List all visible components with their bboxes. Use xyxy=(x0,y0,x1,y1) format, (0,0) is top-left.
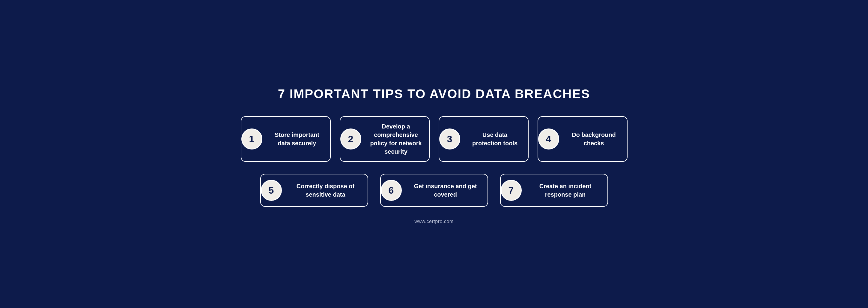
tip-number-3: 3 xyxy=(439,129,460,149)
tip-card-2: 2 Develop a comprehensive policy for net… xyxy=(340,116,430,162)
tip-number-2: 2 xyxy=(340,129,361,149)
tip-number-6: 6 xyxy=(381,180,402,201)
tip-text-2: Develop a comprehensive policy for netwo… xyxy=(370,122,423,156)
tip-card-3: 3 Use data protection tools xyxy=(439,116,529,162)
tip-text-5: Correctly dispose of sensitive data xyxy=(290,182,361,199)
tip-card-7: 7 Create an incident response plan xyxy=(500,174,608,207)
tip-number-4: 4 xyxy=(538,129,559,149)
tip-text-4: Do background checks xyxy=(567,131,620,147)
tip-text-1: Store important data securely xyxy=(271,131,323,147)
tip-text-6: Get insurance and get covered xyxy=(410,182,481,199)
footer-url: www.certpro.com xyxy=(235,219,633,224)
tip-text-7: Create an incident response plan xyxy=(530,182,601,199)
bottom-row: 5 Correctly dispose of sensitive data 6 … xyxy=(235,174,633,207)
tip-card-6: 6 Get insurance and get covered xyxy=(380,174,488,207)
tip-number-7: 7 xyxy=(501,180,522,201)
tip-card-4: 4 Do background checks xyxy=(537,116,627,162)
tip-number-5: 5 xyxy=(261,180,282,201)
tip-number-1: 1 xyxy=(241,129,262,149)
tip-text-3: Use data protection tools xyxy=(469,131,521,147)
infographic-container: 7 IMPORTANT TIPS TO AVOID DATA BREACHES … xyxy=(217,75,651,233)
top-row: 1 Store important data securely 2 Develo… xyxy=(235,116,633,162)
tip-card-1: 1 Store important data securely xyxy=(241,116,331,162)
main-title: 7 IMPORTANT TIPS TO AVOID DATA BREACHES xyxy=(235,87,633,101)
tip-card-5: 5 Correctly dispose of sensitive data xyxy=(260,174,368,207)
